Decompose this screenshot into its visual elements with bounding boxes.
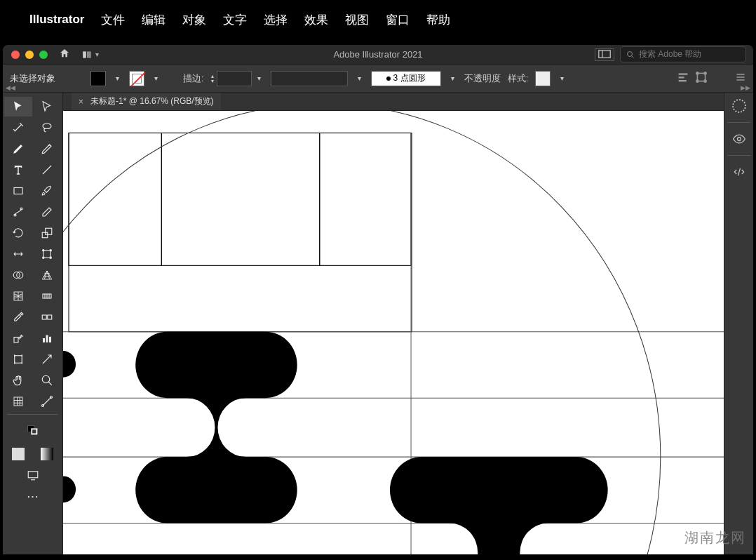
color-mode-gradient[interactable]	[34, 444, 62, 464]
print-tiling-tool[interactable]	[4, 392, 32, 411]
edit-toolbar-button[interactable]: ⋯	[4, 486, 61, 506]
svg-rect-68	[320, 133, 411, 265]
svg-line-50	[49, 382, 53, 385]
canvas-viewport[interactable]	[63, 111, 724, 560]
window-controls	[3, 51, 48, 59]
home-icon[interactable]	[59, 48, 70, 62]
workspace-icon[interactable]	[595, 48, 614, 61]
svg-rect-38	[43, 315, 47, 319]
close-tab-icon[interactable]: ×	[79, 97, 83, 107]
lasso-tool[interactable]	[34, 118, 62, 138]
close-window-button[interactable]	[11, 51, 20, 59]
svg-rect-23	[46, 228, 52, 234]
shaper-tool[interactable]	[4, 202, 32, 222]
selection-tool[interactable]	[4, 97, 32, 116]
blend-tool[interactable]	[34, 307, 62, 327]
svg-rect-7	[679, 76, 684, 78]
svg-rect-61	[32, 429, 36, 433]
zoom-tool[interactable]	[34, 371, 62, 390]
type-tool[interactable]	[4, 160, 32, 180]
menu-file[interactable]: 文件	[101, 12, 125, 28]
svg-point-28	[50, 257, 51, 258]
mesh-tool[interactable]	[4, 286, 32, 306]
search-input[interactable]: 搜索 Adobe 帮助	[620, 46, 746, 62]
svg-point-26	[50, 250, 51, 251]
menu-effect[interactable]: 效果	[304, 12, 328, 28]
magic-wand-tool[interactable]	[4, 118, 32, 138]
app-window: ▾ Adobe Illustrator 2021 搜索 Adobe 帮助 未选择…	[3, 45, 753, 560]
properties-panel-icon[interactable]	[730, 97, 748, 115]
variable-width-profile[interactable]	[271, 71, 348, 86]
curvature-tool[interactable]	[34, 139, 62, 159]
measure-tool[interactable]	[34, 392, 62, 411]
minimize-window-button[interactable]	[25, 51, 34, 59]
app-name[interactable]: Illustrator	[29, 13, 84, 27]
menu-object[interactable]: 对象	[182, 12, 206, 28]
svg-rect-39	[48, 315, 52, 319]
preferences-icon[interactable]	[735, 72, 746, 85]
align-icon[interactable]	[677, 72, 689, 85]
fill-color-swatch[interactable]	[90, 71, 106, 86]
opacity-label: 不透明度	[464, 72, 501, 85]
line-segment-tool[interactable]	[34, 160, 62, 180]
width-tool[interactable]	[4, 244, 32, 264]
graphic-style-swatch[interactable]	[535, 71, 551, 86]
svg-line-56	[43, 397, 51, 406]
fill-stroke-toggle[interactable]	[4, 418, 61, 443]
svg-point-25	[43, 250, 44, 251]
fill-dropdown-icon[interactable]: ▾	[113, 74, 122, 82]
menu-type[interactable]: 文字	[223, 12, 247, 28]
menu-window[interactable]: 窗口	[386, 12, 410, 28]
column-graph-tool[interactable]	[34, 328, 62, 348]
arrange-documents-icon[interactable]: ▾	[81, 50, 99, 60]
dock-collapse-icon[interactable]: ▶▶	[741, 84, 750, 91]
menu-help[interactable]: 帮助	[426, 12, 450, 28]
slice-tool[interactable]	[34, 349, 62, 369]
appearance-panel-icon[interactable]	[730, 130, 748, 148]
svg-rect-22	[43, 232, 48, 238]
titlebar: ▾ Adobe Illustrator 2021 搜索 Adobe 帮助	[3, 45, 753, 65]
scale-tool[interactable]	[34, 223, 62, 243]
svg-rect-8	[679, 80, 687, 81]
profile-dropdown-icon[interactable]: ▾	[355, 74, 364, 82]
eraser-tool[interactable]	[34, 202, 62, 222]
svg-point-49	[43, 375, 50, 383]
perspective-grid-tool[interactable]	[34, 265, 62, 285]
stroke-weight-stepper[interactable]: ▴▾ ▾	[211, 71, 264, 86]
panel-collapse-icon[interactable]: ◀◀	[6, 84, 15, 91]
transform-icon[interactable]	[696, 72, 707, 85]
eyedropper-tool[interactable]	[4, 307, 32, 327]
svg-rect-6	[679, 73, 688, 74]
symbol-sprayer-tool[interactable]	[4, 328, 32, 348]
svg-rect-62	[12, 448, 25, 460]
shape-builder-tool[interactable]	[4, 265, 32, 285]
rectangle-tool[interactable]	[4, 181, 32, 201]
paintbrush-tool[interactable]	[34, 181, 62, 201]
brush-definition[interactable]: 3 点圆形	[371, 71, 441, 86]
brush-dropdown-icon[interactable]: ▾	[448, 74, 457, 82]
screen-mode-button[interactable]	[4, 465, 61, 485]
pen-tool[interactable]	[4, 139, 32, 159]
stroke-dropdown-icon[interactable]: ▾	[151, 74, 161, 82]
style-dropdown-icon[interactable]: ▾	[558, 74, 567, 82]
artboard-tool[interactable]	[4, 349, 32, 369]
hand-tool[interactable]	[4, 371, 32, 390]
document-tab[interactable]: × 未标题-1* @ 16.67% (RGB/预览)	[72, 93, 221, 110]
svg-point-4	[628, 51, 633, 56]
color-mode-color[interactable]	[4, 444, 32, 464]
gradient-tool[interactable]	[34, 286, 62, 306]
svg-point-13	[704, 80, 706, 82]
stroke-label: 描边:	[183, 72, 204, 85]
free-transform-tool[interactable]	[34, 244, 62, 264]
menu-select[interactable]: 选择	[264, 12, 288, 28]
rotate-tool[interactable]	[4, 223, 32, 243]
control-bar: 未选择对象 ▾ ▾ 描边: ▴▾ ▾ ▾ 3 点圆形 ▾ 不透明度 样式: ▾	[3, 65, 753, 93]
macos-menubar: Illustrator 文件 编辑 对象 文字 选择 效果 视图 窗口 帮助	[0, 0, 756, 39]
direct-selection-tool[interactable]	[34, 97, 62, 116]
svg-rect-42	[46, 335, 48, 343]
libraries-panel-icon[interactable]	[730, 163, 748, 181]
menu-view[interactable]: 视图	[345, 12, 369, 28]
fullscreen-window-button[interactable]	[39, 51, 48, 59]
stroke-color-swatch[interactable]	[129, 71, 144, 86]
menu-edit[interactable]: 编辑	[142, 12, 166, 28]
